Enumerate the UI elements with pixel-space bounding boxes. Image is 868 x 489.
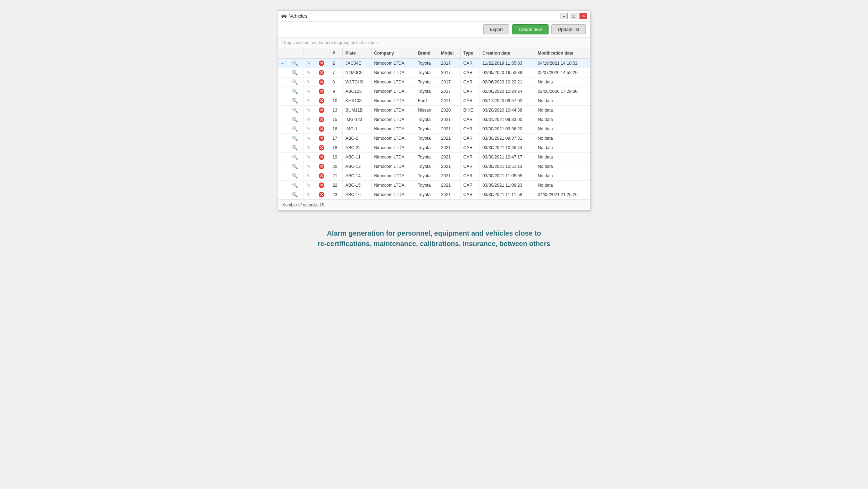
col-brand[interactable]: Brand: [415, 48, 438, 58]
delete-icon-cell[interactable]: ✕: [316, 153, 329, 162]
edit-icon-cell[interactable]: ✎: [303, 78, 316, 87]
edit-icon[interactable]: ✎: [307, 60, 311, 66]
view-icon[interactable]: 🔍: [292, 98, 298, 104]
view-icon-cell[interactable]: 🔍: [289, 134, 303, 143]
edit-icon-cell[interactable]: ✎: [303, 143, 316, 153]
view-icon-cell[interactable]: 🔍: [289, 190, 303, 199]
view-icon-cell[interactable]: 🔍: [289, 143, 303, 153]
edit-icon-cell[interactable]: ✎: [303, 87, 316, 96]
edit-icon[interactable]: ✎: [307, 192, 311, 197]
delete-icon[interactable]: ✕: [319, 192, 324, 197]
delete-icon-cell[interactable]: ✕: [316, 115, 329, 124]
edit-icon-cell[interactable]: ✎: [303, 171, 316, 181]
col-type[interactable]: Type: [460, 48, 479, 58]
view-icon[interactable]: 🔍: [292, 70, 298, 75]
delete-icon-cell[interactable]: ✕: [316, 68, 329, 78]
delete-icon-cell[interactable]: ✕: [316, 162, 329, 171]
delete-icon-cell[interactable]: ✕: [316, 96, 329, 106]
delete-icon[interactable]: ✕: [319, 154, 324, 160]
col-model[interactable]: Model: [438, 48, 460, 58]
edit-icon-cell[interactable]: ✎: [303, 68, 316, 78]
delete-icon-cell[interactable]: ✕: [316, 171, 329, 181]
edit-icon[interactable]: ✎: [307, 173, 311, 179]
view-icon[interactable]: 🔍: [292, 79, 298, 85]
delete-icon[interactable]: ✕: [319, 136, 324, 141]
edit-icon[interactable]: ✎: [307, 182, 311, 188]
delete-icon[interactable]: ✕: [319, 70, 324, 75]
delete-icon-cell[interactable]: ✕: [316, 78, 329, 87]
edit-icon-cell[interactable]: ✎: [303, 58, 316, 68]
view-icon-cell[interactable]: 🔍: [289, 115, 303, 124]
view-icon-cell[interactable]: 🔍: [289, 153, 303, 162]
view-icon-cell[interactable]: 🔍: [289, 162, 303, 171]
delete-icon-cell[interactable]: ✕: [316, 87, 329, 96]
create-new-button[interactable]: Create new: [512, 24, 548, 34]
view-icon-cell[interactable]: 🔍: [289, 96, 303, 106]
col-company[interactable]: Company: [371, 48, 415, 58]
restore-button[interactable]: ◻: [570, 13, 577, 19]
view-icon[interactable]: 🔍: [292, 173, 298, 179]
delete-icon-cell[interactable]: ✕: [316, 134, 329, 143]
view-icon-cell[interactable]: 🔍: [289, 124, 303, 134]
delete-icon[interactable]: ✕: [319, 79, 324, 85]
edit-icon-cell[interactable]: ✎: [303, 96, 316, 106]
view-icon-cell[interactable]: 🔍: [289, 106, 303, 115]
delete-icon[interactable]: ✕: [319, 89, 324, 94]
edit-icon[interactable]: ✎: [307, 107, 311, 113]
edit-icon[interactable]: ✎: [307, 98, 311, 104]
edit-icon[interactable]: ✎: [307, 89, 311, 94]
view-icon-cell[interactable]: 🔍: [289, 87, 303, 96]
delete-icon[interactable]: ✕: [319, 117, 324, 122]
col-number[interactable]: #: [329, 48, 342, 58]
delete-icon[interactable]: ✕: [319, 107, 324, 113]
view-icon[interactable]: 🔍: [292, 182, 298, 188]
view-icon-cell[interactable]: 🔍: [289, 78, 303, 87]
edit-icon[interactable]: ✎: [307, 126, 311, 132]
view-icon[interactable]: 🔍: [292, 126, 298, 132]
view-icon[interactable]: 🔍: [292, 60, 298, 66]
export-button[interactable]: Export: [483, 24, 510, 34]
delete-icon-cell[interactable]: ✕: [316, 106, 329, 115]
col-creation-date[interactable]: Creation date: [479, 48, 535, 58]
delete-icon-cell[interactable]: ✕: [316, 190, 329, 199]
edit-icon[interactable]: ✎: [307, 145, 311, 150]
delete-icon[interactable]: ✕: [319, 98, 324, 104]
edit-icon[interactable]: ✎: [307, 117, 311, 122]
edit-icon-cell[interactable]: ✎: [303, 124, 316, 134]
view-icon-cell[interactable]: 🔍: [289, 181, 303, 190]
edit-icon-cell[interactable]: ✎: [303, 134, 316, 143]
edit-icon-cell[interactable]: ✎: [303, 162, 316, 171]
view-icon-cell[interactable]: 🔍: [289, 171, 303, 181]
col-plate[interactable]: Plate: [342, 48, 371, 58]
edit-icon-cell[interactable]: ✎: [303, 190, 316, 199]
close-button[interactable]: ✕: [579, 13, 587, 19]
delete-icon-cell[interactable]: ✕: [316, 124, 329, 134]
col-modification-date[interactable]: Modification date: [535, 48, 590, 58]
view-icon[interactable]: 🔍: [292, 154, 298, 160]
view-icon[interactable]: 🔍: [292, 145, 298, 150]
view-icon-cell[interactable]: 🔍: [289, 58, 303, 68]
view-icon[interactable]: 🔍: [292, 164, 298, 169]
delete-icon[interactable]: ✕: [319, 182, 324, 188]
view-icon[interactable]: 🔍: [292, 107, 298, 113]
delete-icon[interactable]: ✕: [319, 126, 324, 132]
edit-icon[interactable]: ✎: [307, 136, 311, 141]
edit-icon[interactable]: ✎: [307, 154, 311, 160]
view-icon-cell[interactable]: 🔍: [289, 68, 303, 78]
delete-icon-cell[interactable]: ✕: [316, 58, 329, 68]
edit-icon-cell[interactable]: ✎: [303, 115, 316, 124]
edit-icon-cell[interactable]: ✎: [303, 153, 316, 162]
view-icon[interactable]: 🔍: [292, 192, 298, 197]
edit-icon[interactable]: ✎: [307, 79, 311, 85]
delete-icon[interactable]: ✕: [319, 164, 324, 169]
delete-icon[interactable]: ✕: [319, 173, 324, 179]
view-icon[interactable]: 🔍: [292, 89, 298, 94]
edit-icon[interactable]: ✎: [307, 164, 311, 169]
minimize-button[interactable]: –: [560, 13, 568, 19]
delete-icon-cell[interactable]: ✕: [316, 181, 329, 190]
edit-icon-cell[interactable]: ✎: [303, 106, 316, 115]
edit-icon[interactable]: ✎: [307, 70, 311, 75]
edit-icon-cell[interactable]: ✎: [303, 181, 316, 190]
delete-icon[interactable]: ✕: [319, 60, 324, 66]
delete-icon[interactable]: ✕: [319, 145, 324, 150]
